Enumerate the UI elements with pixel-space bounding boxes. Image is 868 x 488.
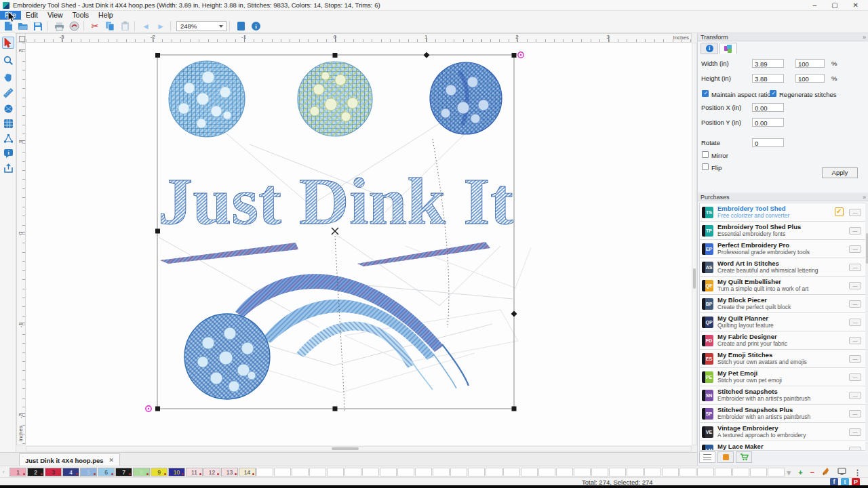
empty-thread-slot[interactable]: [309, 468, 326, 476]
thread-swatch[interactable]: 1: [9, 468, 26, 476]
empty-thread-slot[interactable]: [574, 468, 591, 476]
thread-swatch[interactable]: 12: [203, 468, 220, 476]
empty-thread-slot[interactable]: [627, 468, 644, 476]
empty-thread-slot[interactable]: [750, 468, 767, 476]
purchases-scrollbar[interactable]: [865, 203, 868, 451]
window-control[interactable]: –: [813, 1, 817, 10]
select-tool[interactable]: [2, 37, 14, 49]
apply-button[interactable]: Apply: [822, 167, 858, 178]
purchase-item[interactable]: FD My Fabric Designer Create and print y…: [700, 331, 865, 350]
pickleball-bottom[interactable]: [184, 314, 270, 399]
mirror-checkbox[interactable]: [702, 151, 709, 158]
thread-swatch[interactable]: 7: [115, 468, 132, 476]
stitch-info-tool[interactable]: i: [2, 147, 14, 159]
rotate-input[interactable]: 0: [752, 138, 784, 147]
empty-thread-slot[interactable]: [274, 468, 291, 476]
transform-panel-header[interactable]: Transform »: [698, 33, 868, 41]
empty-thread-slot[interactable]: [768, 468, 785, 476]
tab-product-list[interactable]: [699, 451, 715, 463]
thread-swatch[interactable]: 9: [151, 468, 167, 476]
thread-swatch[interactable]: 4: [62, 468, 79, 476]
pan-tool[interactable]: [2, 70, 14, 83]
height-percent-input[interactable]: 100: [795, 74, 825, 83]
save-button[interactable]: [31, 20, 45, 32]
menu-item-help[interactable]: Help: [94, 11, 118, 20]
collapse-icon[interactable]: »: [863, 194, 866, 201]
purchase-item[interactable]: AS Word Art in Stitches Create beautiful…: [700, 258, 865, 277]
empty-thread-slot[interactable]: [591, 468, 608, 476]
palette-scroll-left-icon[interactable]: ‹: [0, 469, 7, 475]
grid-tool[interactable]: [2, 117, 14, 129]
tab-design-info[interactable]: i: [701, 43, 718, 54]
stitch-ball-tool[interactable]: [2, 102, 14, 115]
product-collapse-button[interactable]: —: [849, 392, 861, 399]
collapse-icon[interactable]: »: [863, 34, 866, 41]
flip-checkbox[interactable]: [702, 163, 709, 170]
pickleball-top-left[interactable]: [169, 61, 245, 137]
empty-thread-slot[interactable]: [521, 468, 538, 476]
window-control[interactable]: ✕: [853, 1, 859, 10]
empty-thread-slot[interactable]: [486, 468, 502, 476]
product-collapse-button[interactable]: —: [849, 300, 861, 308]
empty-thread-slot[interactable]: [644, 468, 661, 476]
empty-thread-slot[interactable]: [292, 468, 309, 476]
product-collapse-button[interactable]: —: [849, 373, 861, 381]
empty-thread-slot[interactable]: [503, 468, 520, 476]
purchase-item[interactable]: QP My Quilt Planner Quilting layout feat…: [700, 313, 865, 331]
purchase-item[interactable]: TP Embroidery Tool Shed Plus Essential e…: [700, 222, 865, 240]
scrollbar-thumb[interactable]: [332, 447, 359, 450]
add-color-icon[interactable]: +: [798, 468, 802, 476]
zoom-tool[interactable]: [2, 54, 14, 66]
zoom-level-combo[interactable]: 248%: [176, 21, 226, 31]
purchase-item[interactable]: ES My Emoji Stitches Stitch your own ava…: [700, 350, 865, 368]
empty-thread-slot[interactable]: [362, 468, 379, 476]
thread-swatch[interactable]: 10: [168, 468, 185, 476]
ruler-corner[interactable]: [16, 33, 26, 43]
thread-swatch[interactable]: 14: [239, 468, 256, 476]
thread-swatch[interactable]: 2: [27, 468, 44, 476]
empty-thread-slot[interactable]: [715, 468, 732, 476]
purchase-item[interactable]: QE My Quilt Embellisher Turn a simple qu…: [700, 277, 865, 295]
empty-thread-slot[interactable]: [697, 468, 714, 476]
remove-color-icon[interactable]: −: [810, 468, 814, 476]
scroll-down-icon[interactable]: ▾: [787, 468, 791, 476]
empty-thread-slot[interactable]: [327, 468, 344, 476]
purchase-item[interactable]: BP My Block Piecer Create the perfect qu…: [700, 295, 865, 313]
empty-thread-slot[interactable]: [732, 468, 749, 476]
thread-swatch[interactable]: 6: [98, 468, 115, 476]
empty-thread-slot[interactable]: [609, 468, 626, 476]
height-input[interactable]: 3.88: [752, 74, 784, 83]
menu-item-tools[interactable]: Tools: [68, 11, 94, 20]
pickleball-top-middle[interactable]: [298, 62, 372, 136]
product-collapse-button[interactable]: —: [849, 227, 861, 235]
tab-store[interactable]: [736, 451, 752, 463]
scrollbar-thumb[interactable]: [693, 268, 696, 289]
product-collapse-button[interactable]: —: [849, 245, 861, 253]
product-collapse-button[interactable]: —: [849, 264, 861, 271]
hoop-button[interactable]: [234, 20, 248, 32]
width-percent-input[interactable]: 100: [795, 59, 825, 68]
cut-button[interactable]: ✂: [88, 20, 102, 32]
empty-thread-slot[interactable]: [679, 468, 696, 476]
thread-swatch[interactable]: 5: [80, 468, 97, 476]
purchases-panel-header[interactable]: Purchases »: [698, 193, 868, 201]
close-tab-icon[interactable]: ✕: [109, 457, 115, 464]
product-checkbox[interactable]: [835, 207, 844, 216]
purchase-item[interactable]: TS Embroidery Tool Shed Free colorizer a…: [700, 203, 865, 222]
width-input[interactable]: 3.89: [752, 59, 784, 68]
empty-thread-slot[interactable]: [397, 468, 414, 476]
copy-button[interactable]: [103, 20, 117, 32]
thread-swatch[interactable]: 8: [133, 468, 150, 476]
canvas-vertical-scrollbar[interactable]: [692, 43, 697, 445]
product-collapse-button[interactable]: —: [849, 209, 861, 216]
empty-thread-slot[interactable]: [556, 468, 573, 476]
print-button[interactable]: [52, 20, 66, 32]
purchase-item[interactable]: SN Stitched Snapshots Embroider with an …: [700, 386, 865, 405]
product-collapse-button[interactable]: —: [849, 447, 861, 451]
design-info-button[interactable]: i: [249, 20, 262, 32]
empty-thread-slot[interactable]: [256, 468, 273, 476]
open-file-button[interactable]: [16, 20, 30, 32]
empty-thread-slot[interactable]: [468, 468, 485, 476]
product-collapse-button[interactable]: —: [849, 410, 861, 418]
maintain-aspect-checkbox[interactable]: [702, 90, 709, 97]
